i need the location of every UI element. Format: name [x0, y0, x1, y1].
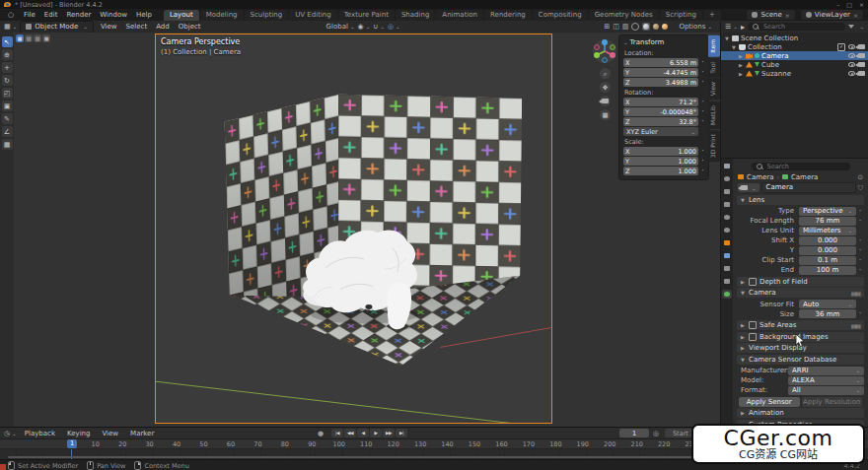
workspace-tab-animation[interactable]: Animation	[436, 10, 483, 21]
sidebar-tab-3d-print[interactable]: 3D Print	[708, 130, 720, 162]
cursor-tool[interactable]: ⊕	[2, 49, 13, 60]
datablock-type-dropdown[interactable]: ⌄	[738, 183, 760, 192]
animate-dot[interactable]: ·	[856, 236, 864, 245]
breadcrumb-data[interactable]: Camera	[791, 173, 818, 181]
sidebar-tab-tool[interactable]: Tool	[708, 58, 720, 78]
physics-tab-icon[interactable]	[722, 264, 732, 273]
workspace-tab-scripting[interactable]: Scripting	[660, 10, 702, 21]
animate-dot[interactable]: ·	[856, 246, 864, 255]
properties-search[interactable]	[752, 163, 850, 170]
menu-window[interactable]: Window	[96, 10, 131, 20]
outliner-filter-icon[interactable]: ▸	[741, 23, 745, 32]
transform-field[interactable]: Z3.4988 m	[623, 78, 698, 87]
dof-checkbox[interactable]	[749, 278, 757, 286]
scene-unlink-icon[interactable]: ×	[785, 12, 790, 19]
select-box-tool[interactable]: ↖	[2, 36, 13, 47]
viewlayer-selector[interactable]: ViewLayer ×	[800, 9, 864, 21]
animate-dot[interactable]: ·	[699, 148, 706, 156]
constraints-tab-icon[interactable]	[722, 277, 732, 286]
maximize-button[interactable]: □	[846, 1, 852, 8]
viewport-options-dropdown[interactable]: Options⌄	[679, 23, 712, 31]
workspace-tab-texture-paint[interactable]: Texture Paint	[338, 10, 395, 21]
scale-tool[interactable]: ◰	[2, 88, 13, 99]
datablock-name-field[interactable]: Camera	[761, 182, 856, 193]
menu-help[interactable]: Help	[132, 10, 156, 20]
clip-end-field[interactable]: 100 m	[799, 266, 856, 275]
shading-wireframe-icon[interactable]	[631, 23, 639, 31]
current-frame-marker[interactable]: 1	[67, 439, 77, 448]
object-tab-icon[interactable]	[722, 238, 732, 247]
prev-keyframe-button[interactable]: ◀◀	[344, 429, 356, 437]
breadcrumb-object[interactable]: Camera	[747, 173, 773, 181]
apply-sensor-button[interactable]: Apply Sensor	[739, 397, 800, 407]
scene-selector[interactable]: Scene ×	[746, 9, 795, 21]
animate-dot[interactable]: ·	[699, 99, 706, 106]
viewport-menu-select[interactable]: Select	[122, 22, 152, 32]
outliner-row-collection[interactable]: ▼Collection✓	[721, 42, 868, 51]
timeline-menu-playback[interactable]: Playback	[21, 429, 59, 438]
mode-dropdown[interactable]: Object Mode ⌄	[20, 21, 94, 34]
shift-y-field[interactable]: 0.000	[799, 246, 856, 255]
disable-render-icon[interactable]	[858, 44, 865, 49]
fake-user-icon[interactable]: ⛉	[858, 184, 863, 192]
proportional-editing-icon[interactable]: ◎⌄	[388, 23, 400, 31]
shading-material-icon[interactable]	[653, 24, 659, 30]
auto-keying-icon[interactable]: ●	[318, 430, 324, 437]
output-tab-icon[interactable]	[722, 187, 732, 196]
editor-type-icon[interactable]: ▦⌄	[4, 23, 17, 31]
presets-menu-icon[interactable]: ▤▤	[851, 322, 860, 329]
show-gizmo-icon[interactable]: ⊞	[604, 23, 610, 31]
jump-to-end-button[interactable]: ▶|	[396, 429, 407, 437]
transform-field[interactable]: Z32.8°	[623, 117, 698, 126]
pan-view-icon[interactable]: ✥	[600, 82, 611, 93]
keying-set-icon[interactable]: ◎	[653, 430, 659, 437]
menu-edit[interactable]: Edit	[40, 10, 62, 20]
transform-field[interactable]: Y1.000	[623, 157, 698, 166]
world-tab-icon[interactable]	[722, 226, 732, 235]
pin-icon[interactable]: ⊙	[857, 173, 863, 181]
timeline-editor-icon[interactable]: ◷⌄	[4, 430, 17, 437]
camera-view-icon[interactable]	[600, 96, 611, 106]
shift-x-field[interactable]: 0.000	[799, 236, 856, 245]
type-dropdown[interactable]: Perspective⌄	[799, 207, 856, 216]
workspace-tab-compositing[interactable]: Compositing	[533, 10, 588, 21]
timeline-menu-keying[interactable]: Keying	[63, 429, 95, 438]
viewport-menu-add[interactable]: Add	[152, 22, 174, 32]
viewport-canvas[interactable]: Camera Perspective (1) Collection | Came…	[14, 33, 720, 427]
tool-tab-icon[interactable]	[722, 162, 732, 170]
transform-field[interactable]: Y-0.000048°	[623, 107, 698, 116]
shading-solid-icon[interactable]	[642, 23, 650, 31]
animate-dot[interactable]: ·	[856, 266, 864, 275]
viewport-menu-view[interactable]: View	[97, 22, 121, 32]
close-button[interactable]: ×	[859, 1, 864, 8]
outliner-row-cube[interactable]: ▶Cube	[721, 60, 868, 69]
snap-magnet-icon[interactable]: ∪⌄	[373, 23, 385, 31]
animate-dot[interactable]: ·	[856, 217, 864, 226]
show-overlays-icon[interactable]: ◫	[613, 23, 619, 31]
play-button[interactable]: ▶	[370, 429, 382, 437]
sensor-db-section-header[interactable]: ▼ Camera Sensor Database	[737, 355, 864, 365]
sidebar-tab-item[interactable]: Item	[708, 35, 720, 57]
outliner-editor-icon[interactable]: ☰⌄	[725, 23, 738, 31]
hide-eye-icon[interactable]	[848, 62, 855, 67]
animate-dot[interactable]: ·	[856, 309, 864, 318]
menu-file[interactable]: File	[20, 10, 39, 20]
annotate-tool[interactable]: ✎	[2, 113, 13, 124]
outliner-row-suzanne[interactable]: ▶Suzanne	[721, 69, 868, 78]
outliner-search-input[interactable]	[761, 22, 840, 32]
next-keyframe-button[interactable]: ▶▶	[383, 429, 395, 437]
dof-section-header[interactable]: ▶ Depth of Field	[737, 277, 864, 287]
render-tab-icon[interactable]	[722, 174, 732, 183]
transform-orientation-dropdown[interactable]: Global⌄	[326, 23, 355, 31]
outliner-search[interactable]	[748, 23, 845, 31]
minimize-button[interactable]: –	[836, 1, 839, 8]
safe-areas-checkbox[interactable]	[749, 321, 757, 329]
workspace-tab-shading[interactable]: Shading	[396, 10, 435, 21]
transform-field[interactable]: X71.2°	[623, 98, 698, 106]
view-layer-tab-icon[interactable]	[722, 200, 732, 209]
animate-dot[interactable]: ·	[856, 207, 864, 216]
modifiers-tab-icon[interactable]	[722, 251, 732, 260]
lens-section-header[interactable]: ▼Lens	[737, 195, 864, 205]
select-mode-new-icon[interactable]: ▦	[16, 34, 24, 42]
filter-funnel-icon[interactable]	[848, 25, 854, 29]
